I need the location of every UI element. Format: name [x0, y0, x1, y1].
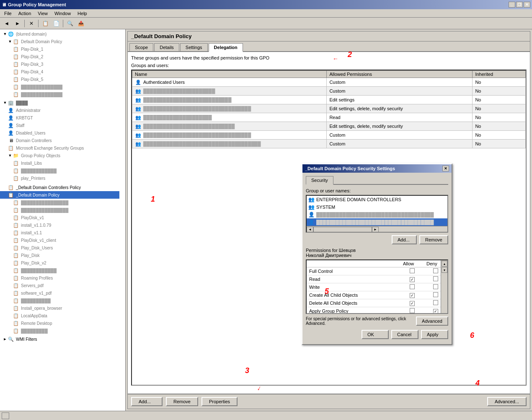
sidebar-item-ddp[interactable]: 📋 _Default Domain Policy	[0, 191, 119, 199]
sidebar-item-pdusers[interactable]: 📋 Play_Disk_Users	[0, 244, 119, 251]
sidebar-item-opera[interactable]: 📋 Install_opera_browser	[0, 304, 119, 312]
group-item-3[interactable]: 👤 ████████████████████████████████████	[307, 218, 447, 226]
minimize-button[interactable]: _	[509, 2, 515, 8]
cb-deletechild-deny[interactable]	[433, 300, 438, 305]
sidebar-item-bloat[interactable]: 📋 █████████	[0, 327, 119, 334]
cancel-button[interactable]: Cancel	[391, 330, 418, 339]
perm-read-allow[interactable]	[400, 275, 424, 283]
b5-icon: 📋	[13, 207, 19, 213]
sidebar-item-blurred5[interactable]: 📋 ████████████████	[0, 206, 119, 214]
sidebar-item-playdisk1[interactable]: 📋 Play-Disk_1	[0, 45, 119, 53]
sidebar-item-playdisk3[interactable]: 📋 Play-Disk_3	[0, 60, 119, 68]
perm-fullcontrol-allow[interactable]	[400, 267, 424, 275]
sidebar-item-defaultdomain-top[interactable]: ▼ 📋 Default Domain Policy	[0, 38, 119, 45]
sidebar-item-dc[interactable]: 🖥 Domain Controllers	[0, 137, 119, 144]
hscroll-thumb[interactable]	[313, 227, 372, 233]
sidebar-item-disabled[interactable]: 👤 Disabled_Users	[0, 129, 119, 137]
expand-defaultdomain[interactable]: ▼	[8, 39, 13, 44]
cb-fullcontrol-deny[interactable]	[433, 268, 438, 273]
export-button[interactable]: 📤	[76, 19, 86, 28]
sidebar-item-local[interactable]: 📋 LocalAppData	[0, 312, 119, 319]
group-item-1[interactable]: 👥 SYSTEM	[307, 203, 447, 211]
sidebar-item-software[interactable]: 📋 software_v1_pdf	[0, 289, 119, 297]
ok-button[interactable]: OK	[362, 330, 389, 339]
sidebar-item-playdisk4[interactable]: 📋 Play-Disk_4	[0, 68, 119, 75]
search-button[interactable]: 🔍	[65, 19, 75, 28]
group-list-box[interactable]: 👥 ENTERPRISE DOMAIN CONTROLLERS 👥 SYSTEM…	[306, 195, 448, 233]
perm-vscrollbar[interactable]: ▲ ▼	[441, 260, 447, 313]
dialog-tab-security[interactable]: Security	[306, 176, 333, 185]
sidebar-item-printers[interactable]: 📋 play_Printers	[0, 174, 119, 182]
perm-deletechild-allow[interactable]	[400, 299, 424, 307]
sidebar-item-installlib[interactable]: 📋 Install_Libs	[0, 159, 119, 167]
menu-view[interactable]: View	[34, 10, 51, 17]
sidebar-item-staff[interactable]: 👤 Staff	[0, 122, 119, 129]
cb-write-allow[interactable]	[410, 284, 415, 289]
sidebar-item-krb[interactable]: 👤 KRBTGT	[0, 114, 119, 122]
stop-button[interactable]: ✕	[26, 19, 36, 28]
advanced-security-button[interactable]: Advanced	[416, 316, 448, 326]
menu-file[interactable]: File	[1, 10, 15, 17]
cb-deletechild-allow[interactable]	[410, 301, 415, 306]
menu-action[interactable]: Action	[15, 10, 35, 17]
perm-applygp-allow[interactable]	[400, 307, 424, 314]
hscroll-right[interactable]: ►	[372, 227, 379, 233]
sidebar-item-domain[interactable]: ▼ 🏢 ████	[0, 99, 119, 106]
sidebar-item-admin[interactable]: 👤 Administrator	[0, 106, 119, 114]
cb-read-deny[interactable]	[433, 276, 438, 281]
restore-button[interactable]: ❐	[516, 2, 523, 8]
expand-forest[interactable]: ▼	[3, 31, 8, 36]
sidebar-item-blurred1[interactable]: 📋 ██████████████	[0, 83, 119, 91]
sidebar-item-playdiskv1[interactable]: 📋 PlayDisk_v1	[0, 214, 119, 221]
dialog-add-button[interactable]: Add...	[392, 235, 417, 244]
group-item-2[interactable]: 👤 ████████████████████████████████████	[307, 211, 447, 218]
expand-gpo[interactable]: ▼	[8, 153, 13, 158]
cb-applygp-allow[interactable]	[410, 308, 415, 313]
sidebar-item-installv1[interactable]: 📋 install_v1.1.0.79	[0, 221, 119, 229]
sidebar-item-wmi[interactable]: ► 🔍 WMI Filters	[0, 335, 119, 343]
sidebar-item-gpo[interactable]: ▼ 📁 Group Policy Objects	[0, 152, 119, 159]
dialog-close-button[interactable]: ✕	[442, 166, 449, 171]
cb-write-deny[interactable]	[433, 284, 438, 289]
expand-domain[interactable]: ▼	[3, 100, 8, 105]
close-button[interactable]: ✕	[524, 2, 530, 8]
h-scrollbar[interactable]: ◄ ►	[307, 226, 447, 233]
sidebar-item-forest[interactable]: ▼ 🌐 (blurred domain)	[0, 30, 119, 38]
sidebar-item-blurred3[interactable]: 📋 ████████████	[0, 167, 119, 174]
sidebar-item-roaming[interactable]: 📋 Roaming Profiles	[0, 274, 119, 282]
paste-button[interactable]: 📄	[51, 19, 61, 28]
pscroll-dn[interactable]: ▼	[442, 267, 447, 273]
sidebar-item-pd1[interactable]: 📋 Play_Disk	[0, 251, 119, 259]
cb-createchild-deny[interactable]	[433, 292, 438, 297]
dialog-remove-button[interactable]: Remove	[419, 235, 448, 244]
perm-createchild-allow[interactable]	[400, 291, 424, 299]
back-button[interactable]: ◄	[2, 19, 12, 28]
perm-write-allow[interactable]	[400, 283, 424, 291]
sidebar-item-blurred2[interactable]: 📋 ██████████████	[0, 91, 119, 98]
cb-applygp-deny[interactable]	[433, 309, 438, 314]
apply-button[interactable]: Apply	[421, 330, 448, 339]
sidebar-item-playdisk2[interactable]: 📋 Play-Disk_2	[0, 53, 119, 60]
sidebar-item-blurred6[interactable]: 📋 ████████████	[0, 267, 119, 274]
sidebar-item-blurred4[interactable]: 📋 ████████████████	[0, 199, 119, 206]
cb-read-allow[interactable]	[410, 277, 415, 282]
sidebar-item-playdisk5[interactable]: 📋 Play-Disk_5	[0, 75, 119, 83]
pscroll-up[interactable]: ▲	[442, 261, 447, 267]
expand-wmi[interactable]: ►	[3, 337, 8, 342]
sidebar-item-servers[interactable]: 📋 Servers_pdf	[0, 282, 119, 289]
copy-button[interactable]: 📋	[40, 19, 50, 28]
sidebar-item-iv11[interactable]: 📋 install_v1.1	[0, 229, 119, 236]
sidebar-item-pd2[interactable]: 📋 Play_Disk_v2	[0, 259, 119, 267]
group-item-0[interactable]: 👥 ENTERPRISE DOMAIN CONTROLLERS	[307, 196, 447, 203]
sidebar-item-blurred7[interactable]: 📋 ██████████	[0, 297, 119, 304]
cb-createchild-allow[interactable]	[410, 293, 415, 298]
menu-window[interactable]: Window	[51, 10, 74, 17]
menu-help[interactable]: Help	[74, 10, 90, 17]
hscroll-left[interactable]: ◄	[307, 227, 313, 233]
sidebar-item-exchange[interactable]: 📋 Microsoft Exchange Security Groups	[0, 144, 119, 152]
sidebar-item-ddcp[interactable]: 📋 _Default Domain Controllers Policy	[0, 184, 119, 191]
cb-fullcontrol-allow[interactable]	[410, 268, 415, 273]
sidebar-item-pdclient[interactable]: 📋 PlayDisk_v1_client	[0, 236, 119, 244]
forward-button[interactable]: ►	[13, 19, 23, 28]
sidebar-item-remote[interactable]: 📋 Remote Desktop	[0, 319, 119, 327]
